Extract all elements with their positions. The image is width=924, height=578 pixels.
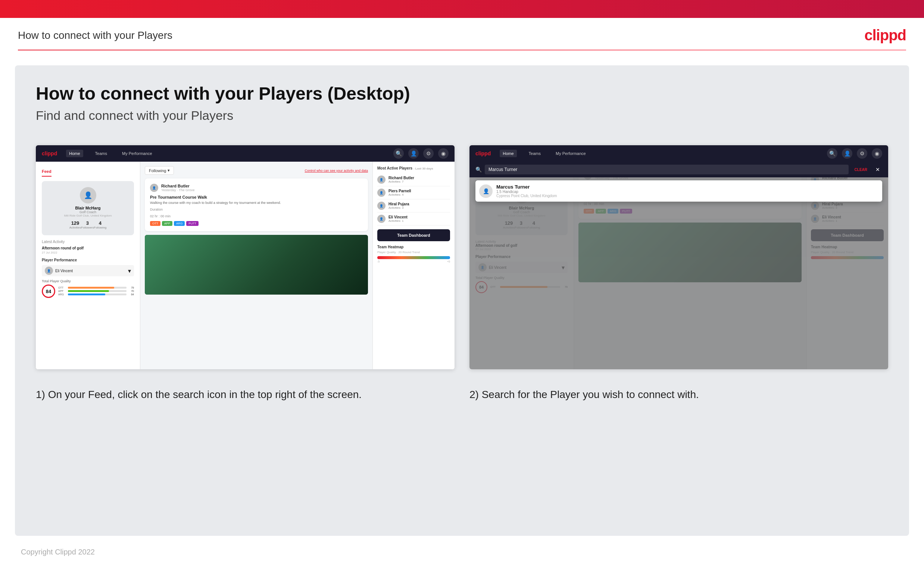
team-dashboard-button[interactable]: Team Dashboard bbox=[377, 229, 450, 241]
result-avatar: 👤 bbox=[479, 185, 493, 198]
close-button[interactable]: ✕ bbox=[873, 165, 882, 174]
nav-teams[interactable]: Teams bbox=[92, 150, 110, 157]
activity-image bbox=[145, 235, 368, 295]
user-icon-2[interactable]: 👤 bbox=[842, 148, 852, 159]
tag-putt: PUTT bbox=[186, 221, 199, 226]
footer: Copyright Clippd 2022 bbox=[0, 536, 924, 568]
bar-ott-track bbox=[68, 287, 126, 289]
description-1: 1) On your Feed, click on the search ico… bbox=[36, 387, 455, 402]
search-result[interactable]: 👤 Marcus Turner 1.5 Handicap Cypress Poi… bbox=[476, 180, 882, 201]
latest-activity-value: Afternoon round of golf bbox=[42, 246, 134, 250]
nav-my-performance-2[interactable]: My Performance bbox=[553, 150, 589, 157]
activity-card: 👤 Richard Butler Yesterday · The Grove P… bbox=[145, 179, 368, 231]
player-name-1: Richard Butler bbox=[388, 176, 414, 180]
settings-icon-2[interactable]: ⚙ bbox=[857, 148, 867, 159]
duration-label: Duration bbox=[150, 208, 163, 211]
search-bar: 🔍 Marcus Turner CLEAR ✕ bbox=[469, 162, 888, 177]
player-activities-2: Activities: 4 bbox=[388, 193, 411, 196]
bar-arg-label: ARG bbox=[58, 293, 66, 296]
active-period: - Last 30 days bbox=[413, 167, 433, 170]
result-club: Cypress Point Club, United Kingdom bbox=[496, 194, 557, 198]
screenshot-2: clippd Home Teams My Performance 🔍 👤 ⚙ ◉… bbox=[469, 145, 888, 369]
search-icon-2[interactable]: 🔍 bbox=[827, 148, 837, 159]
activity-title: Pre Tournament Course Walk bbox=[150, 195, 363, 200]
settings-icon[interactable]: ⚙ bbox=[423, 148, 434, 159]
description-text-1: 1) On your Feed, click on the search ico… bbox=[36, 387, 455, 402]
nav-home-2[interactable]: Home bbox=[500, 150, 516, 157]
description-text-2: 2) Search for the Player you wish to con… bbox=[469, 387, 888, 402]
score-value: 84 bbox=[42, 284, 55, 298]
avatar-icon-2[interactable]: ◉ bbox=[872, 148, 882, 159]
following-button[interactable]: Following ▾ bbox=[145, 166, 174, 175]
screenshot-1: clippd Home Teams My Performance 🔍 👤 ⚙ ◉… bbox=[36, 145, 455, 369]
profile-avatar: 👤 bbox=[80, 187, 96, 203]
activities-label: Activities bbox=[70, 226, 81, 229]
player-name-4: Eli Vincent bbox=[388, 215, 408, 219]
player-performance-section: Player Performance 👤 Eli Vincent ▾ Total… bbox=[42, 258, 134, 298]
tag-arg: ARG bbox=[174, 221, 185, 226]
followers-count: 3 bbox=[81, 220, 94, 226]
result-info: Marcus Turner 1.5 Handicap Cypress Point… bbox=[496, 184, 557, 198]
tag-app: APP bbox=[162, 221, 172, 226]
app-navbar-1: clippd Home Teams My Performance 🔍 👤 ⚙ ◉ bbox=[36, 145, 455, 162]
top-bar bbox=[0, 0, 924, 18]
left-panel-1: Feed 👤 Blair McHarg Golf Coach Mill Ride… bbox=[36, 162, 140, 369]
search-input[interactable]: Marcus Turner bbox=[485, 165, 849, 174]
search-icon-overlay: 🔍 bbox=[476, 167, 482, 172]
activity-tags: OTT APP ARG PUTT bbox=[150, 221, 363, 226]
nav-my-performance[interactable]: My Performance bbox=[119, 150, 155, 157]
following-label: Following bbox=[149, 169, 166, 173]
app-navbar-2: clippd Home Teams My Performance 🔍 👤 ⚙ ◉ bbox=[469, 145, 888, 162]
activity-user-info: Richard Butler Yesterday · The Grove bbox=[161, 184, 195, 192]
selected-player-name: Eli Vincent bbox=[55, 269, 126, 273]
activity-avatar: 👤 bbox=[150, 184, 158, 192]
app-middle-1: Following ▾ Control who can see your act… bbox=[140, 162, 372, 369]
user-icon[interactable]: 👤 bbox=[408, 148, 419, 159]
player-avatar-1: 👤 bbox=[377, 175, 385, 184]
player-avatar-3: 👤 bbox=[377, 201, 385, 210]
profile-club: Mill Ride Golf Club, United Kingdom bbox=[64, 214, 112, 217]
following-count: 4 bbox=[94, 220, 107, 226]
most-active-title: Most Active Players - Last 30 days bbox=[377, 166, 450, 170]
activities-count: 129 bbox=[70, 220, 81, 226]
profile-stats: 129 Activities 3 Followers 4 Following bbox=[70, 220, 107, 229]
latest-activity-label: Latest Activity bbox=[42, 240, 134, 244]
header: How to connect with your Players clippd bbox=[0, 18, 924, 50]
activity-user: 👤 Richard Butler Yesterday · The Grove bbox=[150, 184, 363, 192]
avatar-icon[interactable]: ◉ bbox=[438, 148, 448, 159]
page-title: How to connect with your Players bbox=[18, 29, 172, 41]
tag-ott: OTT bbox=[150, 221, 160, 226]
player-item-1: 👤 Richard Butler Activities: 7 bbox=[377, 173, 450, 186]
bar-arg-val: 64 bbox=[128, 293, 134, 296]
activity-user-name: Richard Butler bbox=[161, 184, 195, 188]
player-info-1: Richard Butler Activities: 7 bbox=[388, 176, 414, 183]
bar-ott-fill bbox=[68, 287, 114, 289]
stat-followers: 3 Followers bbox=[81, 220, 94, 229]
nav-teams-2[interactable]: Teams bbox=[526, 150, 544, 157]
player-info-2: Piers Parnell Activities: 4 bbox=[388, 189, 411, 196]
player-avatar-4: 👤 bbox=[377, 215, 385, 223]
bar-app-label: APP bbox=[58, 290, 66, 292]
bar-ott: OTT 79 bbox=[58, 286, 134, 289]
player-info-4: Eli Vincent Activities: 1 bbox=[388, 215, 408, 222]
control-link[interactable]: Control who can see your activity and da… bbox=[304, 169, 368, 172]
heatmap-scale: -5 +5 bbox=[377, 260, 450, 263]
clear-button[interactable]: CLEAR bbox=[851, 166, 870, 173]
search-icon[interactable]: 🔍 bbox=[393, 148, 404, 159]
bar-app-track bbox=[68, 290, 126, 292]
player-select[interactable]: 👤 Eli Vincent ▾ bbox=[42, 265, 134, 276]
app-ui-1: clippd Home Teams My Performance 🔍 👤 ⚙ ◉… bbox=[36, 145, 455, 369]
feed-tab[interactable]: Feed bbox=[42, 169, 52, 177]
profile-role: Golf Coach bbox=[79, 210, 96, 214]
activity-meta: Duration bbox=[150, 208, 363, 211]
descriptions-row: 1) On your Feed, click on the search ico… bbox=[36, 387, 888, 402]
nav-home[interactable]: Home bbox=[66, 150, 83, 157]
stat-activities: 129 Activities bbox=[70, 220, 81, 229]
player-item-2: 👤 Piers Parnell Activities: 4 bbox=[377, 186, 450, 200]
activity-date: Yesterday · The Grove bbox=[161, 188, 195, 192]
profile-name: Blair McHarg bbox=[75, 206, 101, 210]
nav-icons-2: 🔍 👤 ⚙ ◉ bbox=[827, 148, 882, 159]
heatmap-bar bbox=[377, 256, 450, 259]
app-ui-2: clippd Home Teams My Performance 🔍 👤 ⚙ ◉… bbox=[469, 145, 888, 369]
player-avatar-2: 👤 bbox=[377, 188, 385, 197]
